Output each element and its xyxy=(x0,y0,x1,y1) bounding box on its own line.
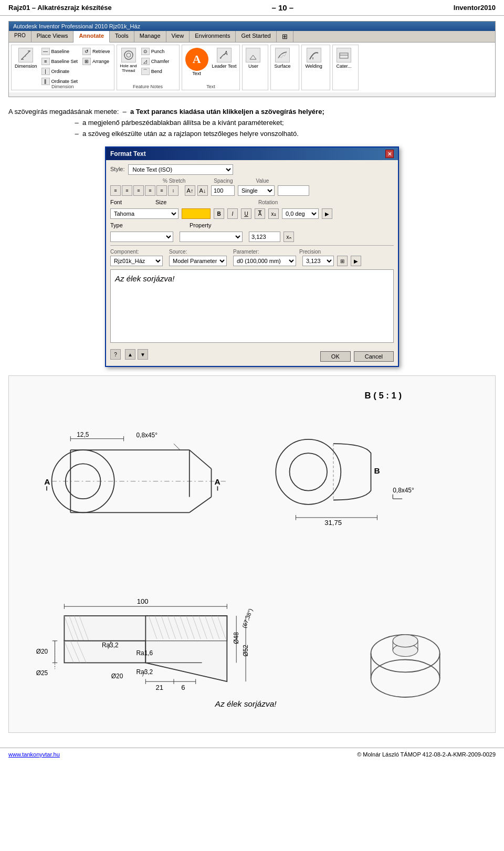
leader-text-icon: A xyxy=(217,48,232,62)
ribbon-tab-tools[interactable]: Tools xyxy=(110,31,134,42)
footer-link[interactable]: www.tankonyvtar.hu xyxy=(8,751,60,758)
leader-text-button[interactable]: A Leader Text xyxy=(211,47,238,70)
precision-top-expand[interactable]: xₙ xyxy=(284,232,294,242)
baseline-set-button[interactable]: ≡ Baseline Set xyxy=(40,57,80,66)
precision-bottom-extra[interactable]: ⊞ xyxy=(337,256,348,266)
bend-button[interactable]: ⌒ Bend xyxy=(140,67,171,76)
precision-top-input[interactable] xyxy=(249,232,280,242)
ribbon-tab-getstarted[interactable]: Get Started xyxy=(236,31,276,42)
surface-label: Surface xyxy=(274,64,290,69)
value-col-label: Value xyxy=(256,178,269,184)
precision-bottom-extra2[interactable]: ▶ xyxy=(351,256,361,266)
scroll-down-button[interactable]: ▼ xyxy=(138,349,148,360)
ribbon-area: Autodesk Inventor Professional 2010 Rjz0… xyxy=(8,21,496,97)
dim-100: 100 xyxy=(137,598,149,606)
dim-0x45-right: 0,8x45° xyxy=(393,487,414,495)
align-left-button[interactable]: ≡ xyxy=(110,185,121,196)
featurenotes-content: Hole andThread ⊙ Punch ◿ Chamfer ⌒ Bend xyxy=(119,47,177,89)
welding-content: Welding xyxy=(304,47,328,89)
align-extra1[interactable]: ≡ xyxy=(156,185,167,196)
arrange-button[interactable]: ⊞ Arrange xyxy=(81,57,112,66)
source-select[interactable]: Model Parameters xyxy=(169,256,227,266)
cancel-button[interactable]: Cancel xyxy=(354,351,394,362)
property-select[interactable] xyxy=(180,232,243,242)
ordinate-set-label: Ordinate Set xyxy=(51,79,78,84)
svg-point-80 xyxy=(393,635,418,647)
component-select[interactable]: Rjz01k_Ház xyxy=(110,256,163,266)
hole-thread-button[interactable]: Hole andThread xyxy=(119,47,138,74)
ribbon-tab-pro[interactable]: PRO xyxy=(9,31,32,42)
ribbon-tab-annotate[interactable]: Annotate xyxy=(74,31,110,43)
text-button[interactable]: A Text xyxy=(184,47,209,77)
dim-phi25: Ø25 xyxy=(36,670,48,677)
ordinate-button[interactable]: | Ordinate xyxy=(40,67,80,76)
ok-cancel-buttons: OK Cancel xyxy=(320,351,394,362)
page-footer: www.tankonyvtar.hu © Molnár László TÁMOP… xyxy=(0,748,504,761)
intro-command: a Text parancs kiadása után klikkeljen a… xyxy=(130,108,324,115)
dialog-close-button[interactable]: ✕ xyxy=(385,150,394,158)
ribbon-tab-manage[interactable]: Manage xyxy=(134,31,166,42)
type-label: Type xyxy=(110,222,142,228)
dimension-button[interactable]: ↕ Dimension xyxy=(14,47,38,70)
ok-button[interactable]: OK xyxy=(320,351,351,362)
spacing-select[interactable]: Single xyxy=(238,185,275,196)
overline-button[interactable]: Ā xyxy=(255,208,265,219)
text-area[interactable]: Az élek sorjázva! xyxy=(110,269,394,343)
baseline-icon: — xyxy=(41,48,50,55)
punch-button[interactable]: ⊙ Punch xyxy=(140,47,171,56)
ribbon-tab-view[interactable]: View xyxy=(166,31,190,42)
sub-button[interactable]: x₂ xyxy=(268,208,279,219)
underline-button[interactable]: U xyxy=(241,208,251,219)
surface-button[interactable]: Surface xyxy=(273,47,291,70)
ribbon-tab-placeviews[interactable]: Place Views xyxy=(32,31,74,42)
help-button[interactable]: ? xyxy=(110,349,121,360)
spacing-col-label: Spacing xyxy=(214,178,233,184)
scroll-up-button[interactable]: ▲ xyxy=(125,349,135,360)
ribbon-group-welding: Welding xyxy=(301,45,330,90)
welding-button[interactable]: Welding xyxy=(304,47,323,70)
dimension-small-btns2: ↺ Retrieve ⊞ Arrange xyxy=(81,47,112,66)
value-input[interactable] xyxy=(278,185,309,196)
style-select[interactable]: Note Text (ISO) xyxy=(128,164,233,175)
rotation-expand-button[interactable]: ▶ xyxy=(322,208,332,219)
svg-point-76 xyxy=(371,660,439,698)
dim-phi20-left: Ø20 xyxy=(36,648,48,655)
chamfer-button[interactable]: ◿ Chamfer xyxy=(140,57,171,66)
text-size-up-button[interactable]: A↑ xyxy=(185,185,195,196)
baseline-button[interactable]: — Baseline xyxy=(40,47,80,56)
ribbon-tab-environments[interactable]: Environments xyxy=(190,31,236,42)
bold-button[interactable]: B xyxy=(214,208,224,219)
font-select[interactable]: Tahoma xyxy=(110,208,178,219)
rotation-label: Rotation xyxy=(258,199,290,205)
size-input[interactable]: 5,00 mm xyxy=(182,208,211,219)
dimension-small-btns: — Baseline ≡ Baseline Set | Ordinate ‖ O… xyxy=(40,47,80,86)
type-select[interactable] xyxy=(110,232,173,242)
bend-label: Bend xyxy=(151,69,162,74)
main-content: A szövegírás megadásának menete: – a Tex… xyxy=(0,102,504,742)
type-property-row: xₙ xyxy=(110,232,394,242)
italic-button[interactable]: I xyxy=(227,208,238,219)
cater-button[interactable]: Cater... xyxy=(335,47,352,70)
align-extra2[interactable]: ↕ xyxy=(168,185,178,196)
text-size-down-button[interactable]: A↓ xyxy=(197,185,208,196)
align-justify-button[interactable]: ≡ xyxy=(145,185,155,196)
parameter-select[interactable]: d0 (100,000 mm) xyxy=(233,256,296,266)
rotation-select[interactable]: 0,0 deg xyxy=(282,208,319,219)
precision-bottom-select[interactable]: 3,123 xyxy=(302,256,334,266)
dialog-title: Format Text xyxy=(110,150,146,157)
scale-label: B ( 5 : 1 ) xyxy=(365,391,402,401)
svg-point-4 xyxy=(124,51,133,59)
user-button[interactable]: User xyxy=(245,47,261,70)
3d-model-sketch xyxy=(371,635,439,697)
svg-text:A: A xyxy=(224,50,228,56)
stretch-input[interactable]: 100 xyxy=(211,185,235,196)
ribbon-tab-extra[interactable]: ⊞ xyxy=(277,31,293,42)
dialog-container: Format Text ✕ Style: Note Text (ISO) % S… xyxy=(8,146,496,367)
retrieve-button[interactable]: ↺ Retrieve xyxy=(81,47,112,56)
dim-phi20-bot: Ø20 xyxy=(111,673,123,680)
align-buttons: ≡ ≡ ≡ ≡ ≡ ↕ xyxy=(110,185,178,196)
ordinate-label: Ordinate xyxy=(51,69,70,74)
scroll-arrows: ▲ ▼ xyxy=(125,349,148,360)
align-right-button[interactable]: ≡ xyxy=(133,185,144,196)
align-center-button[interactable]: ≡ xyxy=(122,185,132,196)
